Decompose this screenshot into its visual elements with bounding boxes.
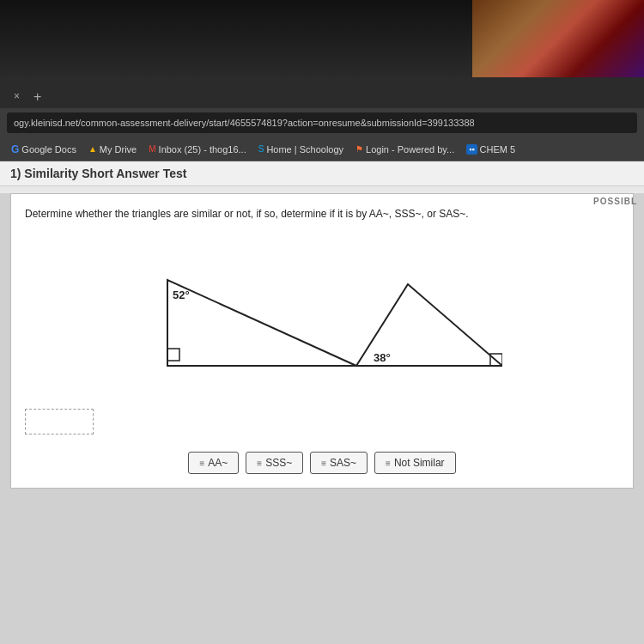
bookmark-chem5-label: CHEM 5 — [480, 144, 516, 155]
question-box: Determine whether the triangles are simi… — [10, 193, 634, 489]
svg-rect-1 — [167, 349, 179, 361]
triangle-svg: 52° 38° — [142, 237, 502, 392]
bookmark-google-docs[interactable]: G Google Docs — [7, 142, 81, 157]
browser-chrome: × + G Google Docs ▲ My Drive M Inbox (25… — [0, 77, 644, 161]
svg-text:38°: 38° — [374, 351, 391, 364]
bookmark-schoology[interactable]: S Home | Schoology — [254, 143, 348, 156]
bookmark-login[interactable]: ⚑ Login - Powered by... — [351, 143, 459, 156]
answer-buttons: ≡ AA~ ≡ SSS~ ≡ SAS~ ≡ Not Similar — [25, 452, 619, 474]
bookmark-chem5[interactable]: ▪▪ CHEM 5 — [462, 143, 519, 156]
aa-icon: ≡ — [199, 459, 204, 468]
bookmark-schoology-label: Home | Schoology — [266, 144, 343, 155]
triangle-diagram: 52° 38° — [25, 237, 619, 392]
address-bar[interactable] — [7, 112, 637, 133]
bookmark-google-docs-label: Google Docs — [21, 144, 76, 155]
my-drive-icon: ▲ — [88, 144, 97, 154]
page-content: 1) Similarity Short Answer Test POSSIBL … — [0, 161, 644, 644]
tab-bar: × + — [0, 77, 644, 108]
bookmark-inbox[interactable]: M Inbox (25) - thog16... — [144, 143, 250, 156]
question-text: Determine whether the triangles are simi… — [25, 208, 619, 220]
answer-input-box[interactable] — [25, 409, 94, 434]
not-similar-icon: ≡ — [386, 459, 391, 468]
answer-sas-button[interactable]: ≡ SAS~ — [310, 452, 368, 474]
bookmark-my-drive[interactable]: ▲ My Drive — [84, 143, 141, 156]
sss-label: SSS~ — [265, 457, 292, 469]
page-title-text: 1) Similarity Short Answer Test — [10, 167, 186, 180]
top-image — [472, 0, 644, 77]
new-tab-button[interactable]: + — [27, 86, 48, 108]
address-bar-row — [0, 108, 644, 137]
chem5-icon: ▪▪ — [466, 144, 477, 155]
sss-icon: ≡ — [257, 459, 262, 468]
svg-marker-0 — [167, 280, 356, 366]
bookmark-my-drive-label: My Drive — [100, 144, 137, 155]
bookmark-inbox-label: Inbox (25) - thog16... — [159, 144, 246, 155]
aa-label: AA~ — [208, 457, 228, 469]
gmail-icon: M — [149, 144, 155, 154]
schoology-icon: S — [258, 144, 264, 154]
answer-sss-button[interactable]: ≡ SSS~ — [246, 452, 303, 474]
sas-label: SAS~ — [330, 457, 356, 469]
google-docs-icon: G — [11, 143, 19, 155]
top-decoration — [0, 0, 644, 77]
answer-aa-button[interactable]: ≡ AA~ — [188, 452, 239, 474]
sas-icon: ≡ — [321, 459, 326, 468]
login-icon: ⚑ — [355, 144, 363, 154]
svg-text:52°: 52° — [173, 289, 190, 301]
possible-label: POSSIBL — [593, 197, 637, 206]
not-similar-label: Not Similar — [394, 457, 445, 469]
tab-close-button[interactable]: × — [7, 84, 27, 108]
bookmarks-bar: G Google Docs ▲ My Drive M Inbox (25) - … — [0, 137, 644, 161]
answer-not-similar-button[interactable]: ≡ Not Similar — [374, 452, 456, 474]
bookmark-login-label: Login - Powered by... — [366, 144, 454, 155]
page-title: 1) Similarity Short Answer Test — [0, 161, 644, 186]
content-area: POSSIBL Determine whether the triangles … — [0, 193, 644, 644]
